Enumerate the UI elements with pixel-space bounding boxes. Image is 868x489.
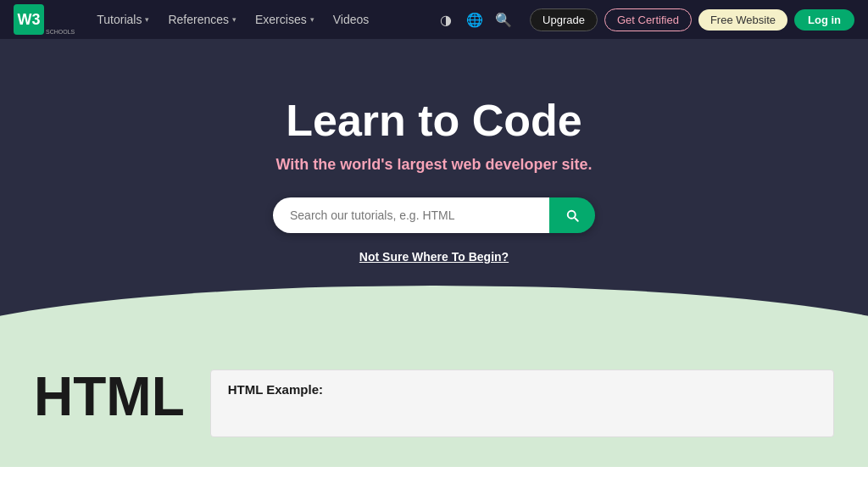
login-button[interactable]: Log in (794, 9, 854, 31)
nav-videos[interactable]: Videos (325, 8, 378, 31)
example-label: HTML Example: (228, 382, 323, 397)
search-button[interactable] (549, 197, 595, 233)
tutorials-arrow: ▾ (145, 15, 149, 24)
nav-tutorials[interactable]: Tutorials ▾ (88, 8, 158, 31)
nav-icons: ◑ 🌐 🔍 (433, 7, 516, 32)
hero-title: Learn to Code (286, 95, 582, 146)
nav-links: Tutorials ▾ References ▾ Exercises ▾ Vid… (88, 8, 426, 31)
references-label: References (168, 13, 229, 26)
exercises-label: Exercises (255, 13, 307, 26)
lower-section: HTML HTML Example: (0, 353, 868, 467)
navbar: W3 SCHOOLS Tutorials ▾ References ▾ Exer… (0, 0, 868, 39)
videos-label: Videos (333, 13, 370, 26)
hero-subtitle: With the world's largest web developer s… (275, 156, 592, 174)
html-title: HTML (34, 370, 185, 424)
search-input[interactable] (273, 197, 549, 233)
nav-exercises[interactable]: Exercises ▾ (247, 8, 323, 31)
logo-box: W3 (14, 4, 44, 35)
contrast-icon[interactable]: ◑ (433, 7, 459, 32)
exercises-arrow: ▾ (310, 15, 314, 24)
tutorials-label: Tutorials (97, 13, 142, 26)
globe-icon[interactable]: 🌐 (462, 7, 487, 32)
logo[interactable]: W3 SCHOOLS (14, 4, 75, 35)
nav-references[interactable]: References ▾ (159, 8, 245, 31)
search-submit-icon (565, 208, 580, 223)
search-bar (273, 197, 595, 233)
upgrade-button[interactable]: Upgrade (530, 8, 598, 31)
get-certified-button[interactable]: Get Certified (604, 8, 692, 31)
logo-sub: SCHOOLS (46, 29, 75, 35)
search-icon[interactable]: 🔍 (491, 7, 516, 32)
example-box: HTML Example: (210, 370, 834, 437)
free-website-button[interactable]: Free Website (698, 9, 787, 31)
not-sure-link[interactable]: Not Sure Where To Begin? (359, 250, 509, 264)
hero-section: Learn to Code With the world's largest w… (0, 39, 868, 353)
references-arrow: ▾ (232, 15, 236, 24)
